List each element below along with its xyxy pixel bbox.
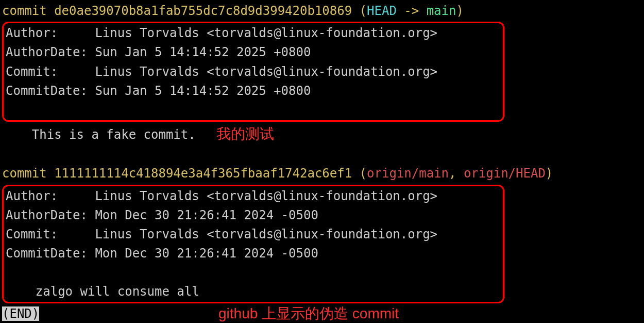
author-date-label: AuthorDate:: [6, 45, 95, 59]
terminal-output: commit de0ae39070b8a1fab755dc7c8d9d39942…: [2, 2, 644, 323]
annotation-label: 我的测试: [216, 123, 274, 145]
commit-date-value: Sun Jan 5 14:14:52 2025 +0800: [95, 84, 311, 98]
commit-message: zalgo will consume all: [36, 284, 199, 299]
commit-date-line: CommitDate: Mon Dec 30 21:26:41 2024 -05…: [6, 244, 501, 263]
message-indent: [6, 284, 36, 299]
commit-value: Linus Torvalds <torvalds@linux-foundatio…: [95, 64, 437, 79]
commit-meta-box: Author: Linus Torvalds <torvalds@linux-f…: [2, 22, 504, 122]
commit-label: Commit:: [6, 64, 95, 79]
commit-name-line: Commit: Linus Torvalds <torvalds@linux-f…: [6, 225, 501, 244]
blank-line: [6, 101, 501, 120]
commit-header-line: commit 1111111114c418894e3a4f365fbaaf174…: [2, 164, 644, 183]
origin-main-ref: origin/main: [367, 166, 449, 181]
commit-date-label: CommitDate:: [6, 84, 95, 98]
commit-meta-box: Author: Linus Torvalds <torvalds@linux-f…: [2, 185, 504, 304]
commit-date-value: Mon Dec 30 21:26:41 2024 -0500: [95, 246, 318, 261]
commit-label: Commit:: [6, 227, 95, 241]
author-date-line: AuthorDate: Sun Jan 5 14:14:52 2025 +080…: [6, 43, 501, 62]
refs-close: ): [456, 4, 463, 18]
commit-hash: 1111111114c418894e3a4f365fbaaf1742ac6ef1: [54, 166, 352, 181]
author-date-label: AuthorDate:: [6, 208, 95, 222]
commit-name-line: Commit: Linus Torvalds <torvalds@linux-f…: [6, 62, 501, 82]
refs-open: (: [352, 166, 367, 181]
refs-comma: ,: [449, 166, 464, 181]
pager-end-marker: (END): [2, 306, 39, 321]
commit-message-row: This is a fake commit.我的测试: [2, 123, 644, 145]
blank-line: [2, 145, 644, 164]
commit-value: Linus Torvalds <torvalds@linux-foundatio…: [95, 227, 437, 241]
commit-message: This is a fake commit.: [32, 125, 196, 144]
commit-keyword: commit: [2, 4, 54, 18]
refs-close: ): [546, 166, 553, 181]
refs-arrow: ->: [397, 4, 427, 18]
author-label: Author:: [6, 26, 95, 40]
commit-keyword: commit: [2, 166, 54, 181]
annotation-label: github 上显示的伪造 commit: [218, 302, 399, 323]
author-value: Linus Torvalds <torvalds@linux-foundatio…: [95, 26, 437, 40]
branch-main: main: [427, 4, 456, 18]
commit-header-line: commit de0ae39070b8a1fab755dc7c8d9d39942…: [2, 2, 644, 21]
message-indent: [2, 125, 32, 144]
commit-date-line: CommitDate: Sun Jan 5 14:14:52 2025 +080…: [6, 82, 501, 101]
commit-hash: de0ae39070b8a1fab755dc7c8d9d399420b10869: [54, 4, 352, 18]
author-line: Author: Linus Torvalds <torvalds@linux-f…: [6, 187, 501, 206]
author-date-value: Sun Jan 5 14:14:52 2025 +0800: [95, 45, 311, 59]
author-label: Author:: [6, 189, 95, 203]
refs-open: (: [352, 4, 367, 18]
author-value: Linus Torvalds <torvalds@linux-foundatio…: [95, 189, 437, 203]
author-line: Author: Linus Torvalds <torvalds@linux-f…: [6, 24, 501, 43]
blank-line: [6, 263, 501, 282]
origin-head-ref: origin/HEAD: [464, 166, 546, 181]
commit-date-label: CommitDate:: [6, 246, 95, 261]
author-date-value: Mon Dec 30 21:26:41 2024 -0500: [95, 208, 318, 222]
author-date-line: AuthorDate: Mon Dec 30 21:26:41 2024 -05…: [6, 206, 501, 225]
head-ref: HEAD: [367, 4, 397, 18]
commit-message-row: zalgo will consume all: [6, 282, 501, 301]
